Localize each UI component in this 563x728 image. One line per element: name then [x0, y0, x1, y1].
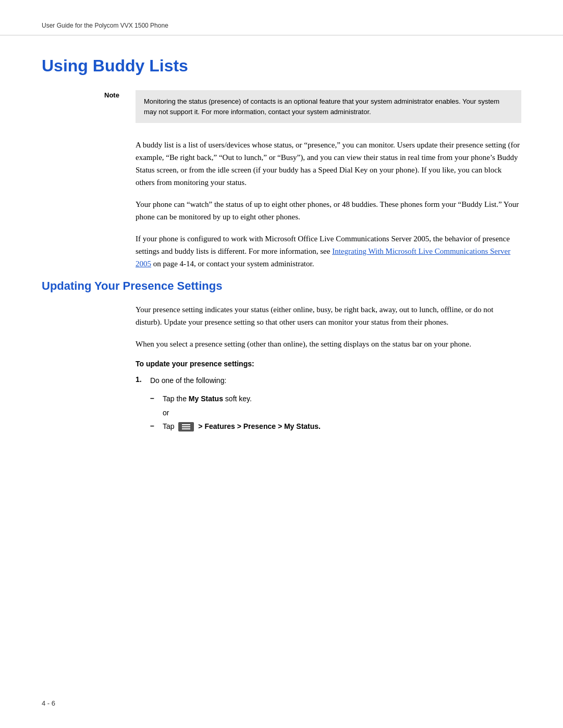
note-text: Monitoring the status (presence) of cont…	[136, 90, 521, 123]
dash-item-1: – Tap the My Status soft key.	[150, 393, 521, 404]
menu-icon-svg	[181, 423, 191, 430]
subsection-paragraph-2: When you select a presence setting (othe…	[136, 338, 521, 350]
my-status-bold: My Status	[189, 394, 223, 403]
footer: 4 - 6	[42, 699, 55, 707]
step-1-text: Do one of the following:	[150, 375, 226, 386]
page-title: Using Buddy Lists	[42, 56, 521, 76]
main-content: Using Buddy Lists Note Monitoring the st…	[0, 35, 563, 467]
header-text: User Guide for the Polycom VVX 1500 Phon…	[42, 22, 168, 29]
dash-text-2: Tap > Features > Presence > My Status.	[163, 421, 321, 432]
intro-paragraph-3: If your phone is configured to work with…	[136, 232, 521, 270]
dash-item-2: – Tap > Features > Presence > My Status.	[150, 421, 521, 432]
dash-text-1: Tap the My Status soft key.	[163, 393, 252, 404]
menu-button-icon	[178, 422, 194, 431]
intro-paragraph-2: Your phone can “watch” the status of up …	[136, 198, 521, 223]
page: User Guide for the Polycom VVX 1500 Phon…	[0, 0, 563, 728]
dash-list: – Tap the My Status soft key. or – Tap	[150, 393, 521, 432]
subsection-content: Your presence setting indicates your sta…	[136, 303, 521, 432]
note-box: Note Monitoring the status (presence) of…	[104, 90, 521, 123]
note-label: Note	[104, 90, 136, 123]
svg-rect-1	[182, 426, 190, 427]
features-presence-path: > Features > Presence > My Status.	[198, 422, 321, 430]
page-number: 4 - 6	[42, 699, 55, 707]
dash-symbol-1: –	[150, 394, 163, 402]
subsection-title: Updating Your Presence Settings	[42, 279, 521, 293]
page-header: User Guide for the Polycom VVX 1500 Phon…	[0, 0, 563, 35]
dash-symbol-2: –	[150, 422, 163, 430]
intro-paragraph-1: A buddy list is a list of users/devices …	[136, 139, 521, 189]
svg-rect-2	[182, 428, 190, 429]
step-1: 1. Do one of the following:	[136, 375, 521, 386]
procedure-heading: To update your presence settings:	[136, 360, 521, 368]
svg-rect-0	[182, 424, 190, 425]
subsection-paragraph-1: Your presence setting indicates your sta…	[136, 303, 521, 328]
step-1-number: 1.	[136, 375, 150, 386]
numbered-list: 1. Do one of the following:	[136, 375, 521, 386]
or-separator: or	[163, 409, 521, 417]
